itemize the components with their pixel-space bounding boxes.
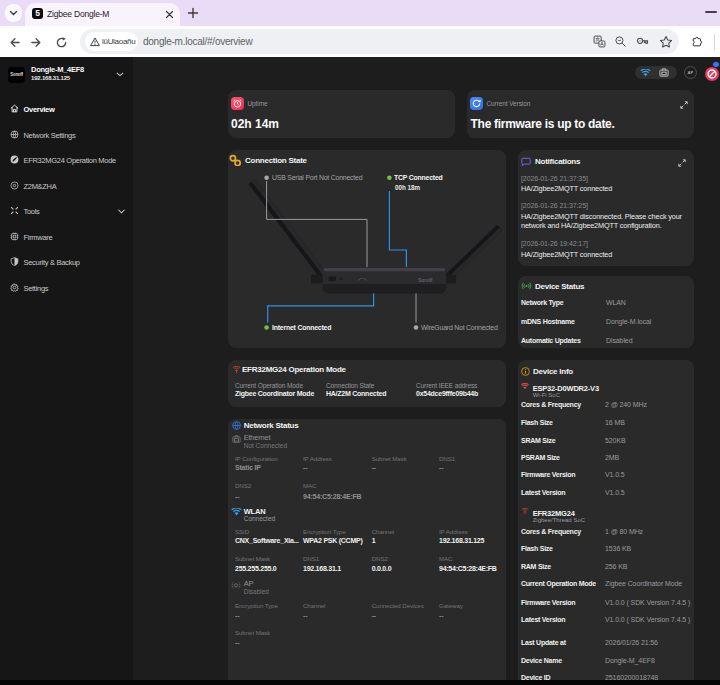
svg-text:Sonoff: Sonoff [418,277,433,283]
